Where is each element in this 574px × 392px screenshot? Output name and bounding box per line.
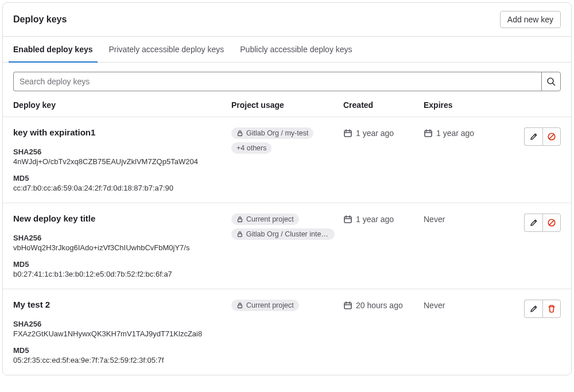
created-value: 1 year ago xyxy=(356,215,394,224)
project-usage-cell: Current projectGitlab Org / Cluster inte… xyxy=(231,214,340,240)
edit-button[interactable] xyxy=(524,300,542,318)
sha256-value: 4nWJdj+O/cbTv2xq8CZB75EAUjvZklVM7ZQp5TaW… xyxy=(13,157,220,166)
svg-line-1 xyxy=(553,83,555,86)
page-title: Deploy keys xyxy=(13,14,67,25)
created-value: 1 year ago xyxy=(356,129,394,138)
created-cell: 1 year ago xyxy=(343,127,424,138)
tab-1[interactable]: Privately accessible deploy keys xyxy=(109,37,224,62)
table-row: My test 2SHA256FXAz2GtKUaw1NHywxQK3KH7mV… xyxy=(3,289,571,375)
deploy-keys-card: Deploy keys Add new key Enabled deploy k… xyxy=(2,2,572,375)
delete-button[interactable] xyxy=(542,300,561,318)
expires-cell: Never xyxy=(424,300,504,310)
lock-icon xyxy=(236,231,243,238)
search-input[interactable] xyxy=(13,72,541,91)
col-deploy-key: Deploy key xyxy=(13,100,231,110)
edit-button[interactable] xyxy=(524,214,542,232)
lock-icon xyxy=(236,216,243,223)
table-row: New deploy key titleSHA256vbHoWq2H3rJkog… xyxy=(3,203,571,289)
disable-button[interactable] xyxy=(542,214,561,232)
project-badge: Gitlab Org / my-test xyxy=(231,127,313,139)
md5-label: MD5 xyxy=(13,346,231,355)
key-title: key with expiration1 xyxy=(13,127,231,137)
col-created: Created xyxy=(343,100,424,110)
cancel-icon xyxy=(547,218,556,227)
search-row xyxy=(3,63,571,99)
lock-icon xyxy=(236,302,243,309)
expires-cell: 1 year ago xyxy=(424,127,504,138)
md5-value: cc:d7:b0:cc:a6:59:0a:24:2f:7d:0d:18:87:b… xyxy=(13,184,220,192)
actions-cell xyxy=(504,127,561,146)
edit-button[interactable] xyxy=(524,127,542,146)
search-button[interactable] xyxy=(541,72,561,91)
project-usage-cell: Current project xyxy=(231,300,340,311)
sha256-value: vbHoWq2H3rJkog6IAdo+izVf3ChIUwhbCvFbM0jY… xyxy=(13,243,220,252)
calendar-icon xyxy=(343,301,352,310)
md5-value: b0:27:41:1c:b1:3e:b0:12:e5:0d:7b:52:f2:b… xyxy=(13,270,220,278)
calendar-icon xyxy=(343,129,352,138)
created-cell: 1 year ago xyxy=(343,214,424,224)
deploy-key-cell: New deploy key titleSHA256vbHoWq2H3rJkog… xyxy=(13,214,231,278)
lock-icon xyxy=(236,130,243,137)
key-title: My test 2 xyxy=(13,300,231,309)
badge-text: Gitlab Org / Cluster integ... xyxy=(246,230,329,238)
tab-2[interactable]: Publicly accessible deploy keys xyxy=(240,37,352,62)
card-header: Deploy keys Add new key xyxy=(3,3,571,37)
md5-label: MD5 xyxy=(13,174,231,183)
pencil-icon xyxy=(529,132,538,141)
sha256-label: SHA256 xyxy=(13,234,231,242)
badge-text: Gitlab Org / my-test xyxy=(246,129,308,137)
actions-cell xyxy=(504,214,561,232)
project-badge: Current project xyxy=(231,300,299,311)
actions-cell xyxy=(504,300,561,318)
created-value: 20 hours ago xyxy=(356,301,403,310)
search-icon xyxy=(546,77,556,86)
badge-text: +4 others xyxy=(236,144,266,152)
expires-value: Never xyxy=(424,301,445,310)
sha256-label: SHA256 xyxy=(13,320,231,328)
project-badge: Gitlab Org / Cluster integ... xyxy=(231,228,335,240)
expires-value: Never xyxy=(424,215,445,224)
md5-label: MD5 xyxy=(13,260,231,269)
expires-value: 1 year ago xyxy=(436,129,474,138)
tab-0[interactable]: Enabled deploy keys xyxy=(13,37,93,62)
project-badge: +4 others xyxy=(231,142,272,154)
sha256-label: SHA256 xyxy=(13,148,231,156)
project-badge: Current project xyxy=(231,214,299,225)
expires-cell: Never xyxy=(424,214,504,224)
badge-text: Current project xyxy=(246,301,294,309)
add-new-key-button[interactable]: Add new key xyxy=(500,11,561,28)
col-project-usage: Project usage xyxy=(231,100,343,110)
pencil-icon xyxy=(529,218,538,227)
table-header: Deploy key Project usage Created Expires xyxy=(3,99,571,117)
key-title: New deploy key title xyxy=(13,214,231,223)
table-row: key with expiration1SHA2564nWJdj+O/cbTv2… xyxy=(3,117,571,203)
col-expires: Expires xyxy=(424,100,504,110)
badge-text: Current project xyxy=(246,215,294,223)
sha256-value: FXAz2GtKUaw1NHywxQK3KH7mV1TAJ9ydT71KlzcZ… xyxy=(13,329,220,338)
calendar-icon xyxy=(343,215,352,224)
deploy-key-cell: My test 2SHA256FXAz2GtKUaw1NHywxQK3KH7mV… xyxy=(13,300,231,364)
calendar-icon xyxy=(424,129,433,138)
disable-button[interactable] xyxy=(542,127,561,146)
tabs: Enabled deploy keysPrivately accessible … xyxy=(3,37,571,63)
created-cell: 20 hours ago xyxy=(343,300,424,310)
project-usage-cell: Gitlab Org / my-test+4 others xyxy=(231,127,340,154)
cancel-icon xyxy=(547,132,556,141)
deploy-key-cell: key with expiration1SHA2564nWJdj+O/cbTv2… xyxy=(13,127,231,192)
md5-value: 05:2f:35:cc:ed:5f:ea:9e:7f:7a:52:59:f2:3… xyxy=(13,356,220,364)
pencil-icon xyxy=(529,304,538,313)
trash-icon xyxy=(547,304,556,313)
